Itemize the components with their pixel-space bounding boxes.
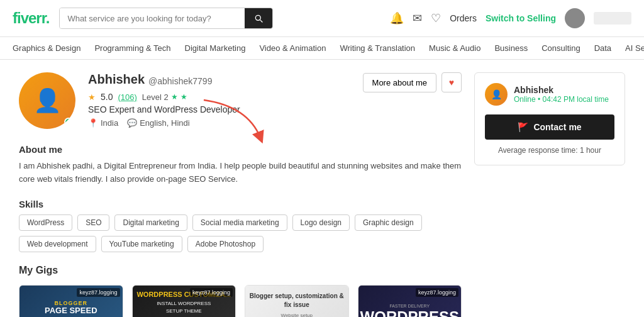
- chat-icon: 💬: [127, 118, 137, 128]
- local-time: 04:42 PM local time: [543, 95, 609, 104]
- switch-selling-link[interactable]: Switch to Selling: [486, 13, 556, 23]
- gig-overlay-4: FASTER DELIVERY WORDPRESS SPEED OPTIMIZA…: [358, 299, 462, 317]
- main-nav: Graphics & Design Programming & Tech Dig…: [0, 37, 644, 60]
- skill-logo[interactable]: Logo design: [292, 214, 350, 231]
- search-button[interactable]: [245, 8, 272, 28]
- star-icon-1: ★: [171, 92, 178, 101]
- avatar[interactable]: [565, 8, 585, 28]
- contact-btn-label: Contact me: [533, 122, 581, 132]
- about-title: About me: [19, 144, 462, 155]
- nav-video[interactable]: Video & Animation: [259, 43, 326, 53]
- skill-digital-marketing[interactable]: Digital marketing: [114, 214, 187, 231]
- contact-avatar: 👤: [485, 83, 508, 106]
- nav-data[interactable]: Data: [594, 43, 611, 53]
- gig-card-3[interactable]: Blogger setup, customization & fix issue…: [245, 285, 349, 317]
- gig-card-4[interactable]: keyz87.logging FASTER DELIVERY WORDPRESS…: [358, 285, 462, 317]
- sidebar: 👤 Abhishek Online • 04:42 PM local time …: [474, 72, 625, 317]
- contact-status: Online • 04:42 PM local time: [514, 95, 609, 104]
- gig-badge-1: keyz87.logging: [77, 288, 119, 297]
- nav-programming[interactable]: Programming & Tech: [94, 43, 170, 53]
- main-content: 👤 Abhishek @abhishek7799 ★ 5.0 (106) Lev…: [0, 60, 644, 317]
- contact-name: Abhishek: [514, 85, 609, 95]
- nav-graphics[interactable]: Graphics & Design: [13, 43, 80, 53]
- gigs-section: My Gigs keyz87.logging BLOGGER PAGE SPEE…: [19, 265, 462, 317]
- level-label: Level 2: [142, 92, 169, 102]
- contact-card: 👤 Abhishek Online • 04:42 PM local time …: [474, 72, 625, 165]
- search-input[interactable]: [60, 8, 245, 28]
- skill-social-media[interactable]: Social media marketing: [192, 214, 287, 231]
- message-icon[interactable]: ✉: [413, 11, 422, 25]
- country-label: India: [101, 118, 118, 128]
- nav-business[interactable]: Business: [494, 43, 528, 53]
- gigs-title: My Gigs: [19, 265, 462, 276]
- rating-value: 5.0: [101, 92, 113, 102]
- separator: •: [538, 95, 543, 104]
- about-text: I am Abhishek padhi, a Digital Entrepren…: [19, 160, 462, 186]
- gig-overlay-3: Blogger setup, customization & fix issue…: [245, 288, 348, 317]
- gig-badge-4: keyz87.logging: [416, 288, 458, 297]
- languages-meta: 💬 English, Hindi: [127, 118, 190, 128]
- header-extra: [594, 12, 631, 25]
- contact-card-header: 👤 Abhishek Online • 04:42 PM local time: [485, 83, 614, 106]
- skill-graphic[interactable]: Graphic design: [355, 214, 422, 231]
- gig-card-2[interactable]: keyz87.logging WORDPRESS CUSTOMIZA... IN…: [132, 285, 236, 317]
- header: fiverr. 🔔 ✉ ♡ Orders Switch to Selling: [0, 0, 644, 37]
- skills-list: WordPress SEO Digital marketing Social m…: [19, 214, 462, 252]
- rating-count[interactable]: (106): [118, 92, 136, 102]
- nav-ai[interactable]: AI Services: [625, 43, 644, 53]
- contact-me-button[interactable]: 🚩 Contact me: [485, 114, 614, 140]
- flag-icon-btn: 🚩: [518, 122, 528, 132]
- gig-overlay-1: BLOGGER PAGE SPEEDIMPROVEMENT 49 86 100: [35, 295, 106, 317]
- gig-image-1: keyz87.logging BLOGGER PAGE SPEEDIMPROVE…: [19, 286, 123, 317]
- nav-digital-marketing[interactable]: Digital Marketing: [185, 43, 246, 53]
- skill-web-dev[interactable]: Web development: [19, 236, 96, 252]
- profile-section: 👤 Abhishek @abhishek7799 ★ 5.0 (106) Lev…: [19, 72, 462, 317]
- star-icon: ★: [88, 92, 96, 102]
- header-actions: 🔔 ✉ ♡ Orders Switch to Selling: [390, 8, 631, 28]
- skill-youtube[interactable]: YouTube marketing: [101, 236, 182, 252]
- star-icon-2: ★: [180, 92, 187, 101]
- skill-photoshop[interactable]: Adobe Photoshop: [187, 236, 264, 252]
- profile-info: Abhishek @abhishek7799 ★ 5.0 (106) Level…: [88, 72, 350, 128]
- profile-meta: 📍 India 💬 English, Hindi: [88, 118, 350, 128]
- gig-card-1[interactable]: keyz87.logging BLOGGER PAGE SPEEDIMPROVE…: [19, 285, 123, 317]
- about-section: About me I am Abhishek padhi, a Digital …: [19, 144, 462, 186]
- gig-image-3: Blogger setup, customization & fix issue…: [245, 286, 348, 317]
- search-bar[interactable]: [59, 8, 273, 29]
- response-time: Average response time: 1 hour: [485, 146, 614, 155]
- contact-info: Abhishek Online • 04:42 PM local time: [514, 85, 609, 104]
- country-meta: 📍 India: [88, 118, 118, 128]
- profile-name: Abhishek: [88, 72, 145, 87]
- gig-badge-2: keyz87.logging: [190, 288, 233, 297]
- skill-seo[interactable]: SEO: [77, 214, 109, 231]
- languages-label: English, Hindi: [140, 118, 190, 128]
- more-about-button[interactable]: More about me: [363, 73, 436, 92]
- level-badge: Level 2 ★ ★: [142, 92, 187, 102]
- gig-image-4: keyz87.logging FASTER DELIVERY WORDPRESS…: [358, 286, 462, 317]
- bell-icon[interactable]: 🔔: [390, 11, 404, 25]
- profile-avatar: 👤: [19, 72, 75, 129]
- favorite-button[interactable]: ♥: [441, 72, 462, 92]
- nav-consulting[interactable]: Consulting: [541, 43, 580, 53]
- profile-title: SEO Expert and WordPress Developer: [88, 104, 350, 114]
- orders-link[interactable]: Orders: [450, 13, 477, 23]
- online-status-text: Online: [514, 95, 536, 104]
- skills-section: Skills WordPress SEO Digital marketing S…: [19, 199, 462, 252]
- skill-wordpress[interactable]: WordPress: [19, 214, 72, 231]
- flag-icon: 📍: [88, 118, 98, 128]
- gigs-grid: keyz87.logging BLOGGER PAGE SPEEDIMPROVE…: [19, 285, 462, 317]
- profile-handle: @abhishek7799: [148, 76, 212, 86]
- online-indicator: [64, 118, 73, 126]
- more-about-section: More about me ♥: [363, 72, 462, 92]
- profile-rating: ★ 5.0 (106) Level 2 ★ ★: [88, 92, 350, 102]
- gig-image-2: keyz87.logging WORDPRESS CUSTOMIZA... IN…: [133, 286, 236, 317]
- nav-music[interactable]: Music & Audio: [429, 43, 480, 53]
- nav-writing[interactable]: Writing & Translation: [340, 43, 415, 53]
- logo: fiverr.: [13, 9, 49, 27]
- heart-icon[interactable]: ♡: [431, 11, 441, 25]
- skills-title: Skills: [19, 199, 462, 209]
- profile-header: 👤 Abhishek @abhishek7799 ★ 5.0 (106) Lev…: [19, 72, 462, 129]
